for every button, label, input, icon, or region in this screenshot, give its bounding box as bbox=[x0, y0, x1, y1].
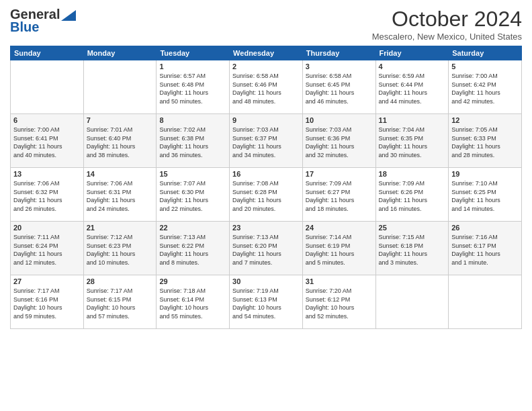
day-number: 5 bbox=[451, 62, 519, 71]
day-number: 31 bbox=[306, 277, 373, 285]
day-info: Sunrise: 7:08 AM Sunset: 6:28 PM Dayligh… bbox=[232, 179, 300, 213]
calendar-cell: 12Sunrise: 7:05 AM Sunset: 6:33 PM Dayli… bbox=[449, 114, 522, 168]
col-tuesday: Tuesday bbox=[157, 46, 230, 60]
calendar-cell: 29Sunrise: 7:18 AM Sunset: 6:14 PM Dayli… bbox=[157, 275, 230, 329]
calendar-week-1: 6Sunrise: 7:00 AM Sunset: 6:41 PM Daylig… bbox=[11, 114, 522, 168]
day-info: Sunrise: 7:09 AM Sunset: 6:26 PM Dayligh… bbox=[379, 179, 446, 213]
calendar-cell: 9Sunrise: 7:03 AM Sunset: 6:37 PM Daylig… bbox=[230, 114, 303, 168]
col-sunday: Sunday bbox=[11, 46, 84, 60]
day-info: Sunrise: 7:18 AM Sunset: 6:14 PM Dayligh… bbox=[159, 287, 226, 320]
calendar-cell: 26Sunrise: 7:16 AM Sunset: 6:17 PM Dayli… bbox=[449, 222, 522, 275]
calendar-cell: 11Sunrise: 7:04 AM Sunset: 6:35 PM Dayli… bbox=[375, 114, 449, 168]
day-number: 11 bbox=[379, 116, 446, 124]
day-number: 20 bbox=[13, 224, 81, 232]
calendar-cell: 16Sunrise: 7:08 AM Sunset: 6:28 PM Dayli… bbox=[230, 168, 303, 222]
day-number: 18 bbox=[379, 170, 446, 178]
calendar: Sunday Monday Tuesday Wednesday Thursday… bbox=[10, 46, 522, 329]
calendar-cell: 7Sunrise: 7:01 AM Sunset: 6:40 PM Daylig… bbox=[83, 114, 157, 168]
calendar-cell bbox=[83, 60, 157, 114]
day-number: 19 bbox=[451, 170, 519, 178]
day-number: 14 bbox=[87, 170, 154, 178]
calendar-cell: 14Sunrise: 7:06 AM Sunset: 6:31 PM Dayli… bbox=[83, 168, 157, 222]
location: Mescalero, New Mexico, United States bbox=[372, 32, 522, 42]
day-info: Sunrise: 7:19 AM Sunset: 6:13 PM Dayligh… bbox=[232, 287, 300, 320]
calendar-cell: 28Sunrise: 7:17 AM Sunset: 6:15 PM Dayli… bbox=[83, 275, 157, 329]
day-number: 16 bbox=[232, 170, 300, 178]
calendar-cell: 1Sunrise: 6:57 AM Sunset: 6:48 PM Daylig… bbox=[157, 60, 230, 114]
calendar-cell: 27Sunrise: 7:17 AM Sunset: 6:16 PM Dayli… bbox=[11, 275, 84, 329]
calendar-cell: 4Sunrise: 6:59 AM Sunset: 6:44 PM Daylig… bbox=[375, 60, 449, 114]
day-info: Sunrise: 6:57 AM Sunset: 6:48 PM Dayligh… bbox=[159, 72, 226, 105]
day-number: 4 bbox=[379, 62, 446, 71]
calendar-cell: 30Sunrise: 7:19 AM Sunset: 6:13 PM Dayli… bbox=[230, 275, 303, 329]
day-info: Sunrise: 7:06 AM Sunset: 6:31 PM Dayligh… bbox=[87, 179, 154, 213]
title-block: October 2024 Mescalero, New Mexico, Unit… bbox=[372, 7, 522, 42]
day-info: Sunrise: 7:15 AM Sunset: 6:18 PM Dayligh… bbox=[379, 233, 446, 267]
day-number: 23 bbox=[232, 224, 300, 232]
calendar-cell bbox=[449, 275, 522, 329]
col-monday: Monday bbox=[83, 46, 157, 60]
day-number: 7 bbox=[87, 116, 154, 124]
calendar-cell: 3Sunrise: 6:58 AM Sunset: 6:45 PM Daylig… bbox=[302, 60, 375, 114]
day-info: Sunrise: 7:10 AM Sunset: 6:25 PM Dayligh… bbox=[451, 179, 519, 213]
calendar-week-4: 27Sunrise: 7:17 AM Sunset: 6:16 PM Dayli… bbox=[11, 275, 522, 329]
header-row: Sunday Monday Tuesday Wednesday Thursday… bbox=[11, 46, 522, 60]
calendar-cell: 13Sunrise: 7:06 AM Sunset: 6:32 PM Dayli… bbox=[11, 168, 84, 222]
day-info: Sunrise: 6:59 AM Sunset: 6:44 PM Dayligh… bbox=[379, 72, 446, 105]
day-info: Sunrise: 7:02 AM Sunset: 6:38 PM Dayligh… bbox=[159, 126, 226, 159]
calendar-cell: 10Sunrise: 7:03 AM Sunset: 6:36 PM Dayli… bbox=[302, 114, 375, 168]
day-info: Sunrise: 7:05 AM Sunset: 6:33 PM Dayligh… bbox=[451, 126, 519, 159]
day-number: 10 bbox=[306, 116, 373, 124]
day-number: 12 bbox=[451, 116, 519, 124]
col-wednesday: Wednesday bbox=[230, 46, 303, 60]
calendar-cell: 2Sunrise: 6:58 AM Sunset: 6:46 PM Daylig… bbox=[230, 60, 303, 114]
col-saturday: Saturday bbox=[449, 46, 522, 60]
calendar-week-2: 13Sunrise: 7:06 AM Sunset: 6:32 PM Dayli… bbox=[11, 168, 522, 222]
day-info: Sunrise: 7:03 AM Sunset: 6:36 PM Dayligh… bbox=[306, 126, 373, 159]
day-info: Sunrise: 7:00 AM Sunset: 6:42 PM Dayligh… bbox=[451, 72, 519, 105]
calendar-cell: 31Sunrise: 7:20 AM Sunset: 6:12 PM Dayli… bbox=[302, 275, 375, 329]
day-number: 21 bbox=[87, 224, 154, 232]
day-number: 6 bbox=[13, 116, 81, 124]
calendar-cell: 20Sunrise: 7:11 AM Sunset: 6:24 PM Dayli… bbox=[11, 222, 84, 275]
day-number: 29 bbox=[159, 277, 226, 285]
day-info: Sunrise: 7:03 AM Sunset: 6:37 PM Dayligh… bbox=[232, 126, 300, 159]
day-number: 1 bbox=[159, 62, 226, 71]
svg-marker-0 bbox=[61, 10, 76, 21]
calendar-cell: 19Sunrise: 7:10 AM Sunset: 6:25 PM Dayli… bbox=[449, 168, 522, 222]
col-thursday: Thursday bbox=[302, 46, 375, 60]
day-info: Sunrise: 7:16 AM Sunset: 6:17 PM Dayligh… bbox=[451, 233, 519, 267]
calendar-cell bbox=[375, 275, 449, 329]
day-number: 17 bbox=[306, 170, 373, 178]
calendar-cell: 24Sunrise: 7:14 AM Sunset: 6:19 PM Dayli… bbox=[302, 222, 375, 275]
logo-blue: Blue bbox=[10, 19, 39, 35]
day-info: Sunrise: 7:06 AM Sunset: 6:32 PM Dayligh… bbox=[13, 179, 81, 213]
calendar-cell: 25Sunrise: 7:15 AM Sunset: 6:18 PM Dayli… bbox=[375, 222, 449, 275]
calendar-cell bbox=[11, 60, 84, 114]
day-info: Sunrise: 7:13 AM Sunset: 6:22 PM Dayligh… bbox=[159, 233, 226, 267]
day-number: 27 bbox=[13, 277, 81, 285]
logo-icon bbox=[61, 10, 76, 21]
page: General Blue October 2024 Mescalero, New… bbox=[0, 0, 532, 411]
calendar-cell: 17Sunrise: 7:09 AM Sunset: 6:27 PM Dayli… bbox=[302, 168, 375, 222]
day-info: Sunrise: 7:17 AM Sunset: 6:16 PM Dayligh… bbox=[13, 287, 81, 320]
calendar-week-3: 20Sunrise: 7:11 AM Sunset: 6:24 PM Dayli… bbox=[11, 222, 522, 275]
day-number: 25 bbox=[379, 224, 446, 232]
day-info: Sunrise: 7:20 AM Sunset: 6:12 PM Dayligh… bbox=[306, 287, 373, 320]
day-number: 26 bbox=[451, 224, 519, 232]
calendar-week-0: 1Sunrise: 6:57 AM Sunset: 6:48 PM Daylig… bbox=[11, 60, 522, 114]
day-info: Sunrise: 7:14 AM Sunset: 6:19 PM Dayligh… bbox=[306, 233, 373, 267]
calendar-cell: 6Sunrise: 7:00 AM Sunset: 6:41 PM Daylig… bbox=[11, 114, 84, 168]
day-info: Sunrise: 7:00 AM Sunset: 6:41 PM Dayligh… bbox=[13, 126, 81, 159]
day-number: 2 bbox=[232, 62, 300, 71]
day-info: Sunrise: 6:58 AM Sunset: 6:46 PM Dayligh… bbox=[232, 72, 300, 105]
day-info: Sunrise: 7:07 AM Sunset: 6:30 PM Dayligh… bbox=[159, 179, 226, 213]
col-friday: Friday bbox=[375, 46, 449, 60]
day-number: 24 bbox=[306, 224, 373, 232]
calendar-cell: 8Sunrise: 7:02 AM Sunset: 6:38 PM Daylig… bbox=[157, 114, 230, 168]
logo: General Blue bbox=[10, 7, 76, 35]
header: General Blue October 2024 Mescalero, New… bbox=[10, 7, 522, 42]
day-info: Sunrise: 7:01 AM Sunset: 6:40 PM Dayligh… bbox=[87, 126, 154, 159]
day-info: Sunrise: 7:11 AM Sunset: 6:24 PM Dayligh… bbox=[13, 233, 81, 267]
day-info: Sunrise: 6:58 AM Sunset: 6:45 PM Dayligh… bbox=[306, 72, 373, 105]
